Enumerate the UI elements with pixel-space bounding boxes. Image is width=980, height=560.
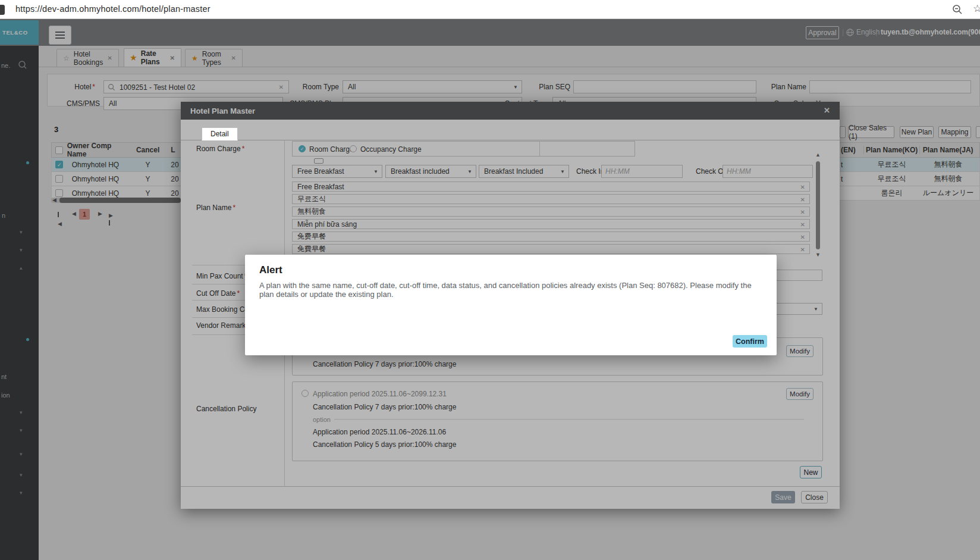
bookmark-star-icon[interactable]: ☆ (973, 2, 980, 15)
tab-detail[interactable]: Detail (202, 127, 238, 140)
browser-back-icon[interactable] (0, 5, 5, 15)
alert-dialog: Alert A plan with the same name, cut-off… (245, 255, 777, 355)
confirm-button[interactable]: Confirm (733, 335, 767, 348)
alert-title: Alert (259, 264, 282, 276)
screen: https://dev-adm.ohmyhotel.com/hotel/plan… (0, 0, 980, 560)
browser-bar: https://dev-adm.ohmyhotel.com/hotel/plan… (0, 0, 980, 19)
alert-message: A plan with the same name, cut-off date,… (259, 281, 764, 299)
address-bar[interactable]: https://dev-adm.ohmyhotel.com/hotel/plan… (15, 4, 211, 14)
zoom-out-icon[interactable] (951, 4, 963, 15)
